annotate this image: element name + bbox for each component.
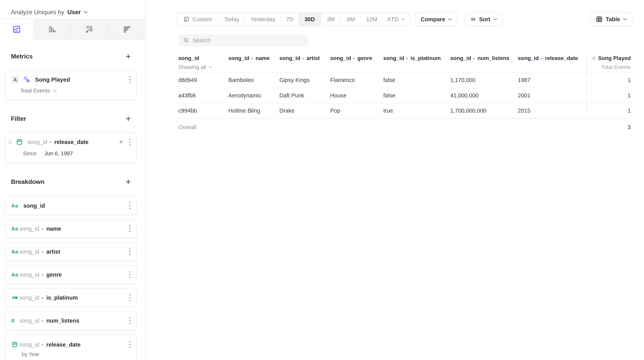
tab-bar-chart[interactable] [33,19,70,39]
cell-song-id: c994bb [178,103,228,118]
table-row[interactable]: d8d949 Bamboleo Gipsy Kings Flamenco fal… [178,73,632,88]
breakdown-card[interactable]: Aa song_id [5,196,137,215]
insights-report-app: Analyze Uniques by User [0,0,644,360]
drag-handle-icon[interactable] [8,140,12,144]
chevron-down-icon [493,18,497,21]
table-search [178,34,308,46]
overall-row: Overall 3 [178,118,632,136]
metrics-section: Metrics + A Song Played Total Events [5,52,137,100]
breakdown-card[interactable]: song_id ▸ is_platinum [5,288,137,307]
column-header-name[interactable]: song_id▸name [228,55,270,61]
property-arrow-icon: ▸ [42,318,44,323]
chevron-down-icon [623,18,627,21]
date-range-xtd[interactable]: XTD [382,13,410,26]
metric-aggregation-label: Total Events [601,64,631,70]
calendar-icon [183,16,190,23]
column-header-song-id[interactable]: song_id [178,55,199,61]
breakdown-options-menu[interactable] [128,202,131,210]
string-type-icon: Aa [11,226,19,232]
analyze-label: Analyze Uniques by [11,9,64,16]
filter-value[interactable]: Jun 6, 1987 [44,150,73,157]
cell-song-id: a43fb8 [178,88,228,103]
column-header-metric[interactable]: A Song Played [586,52,632,62]
report-content: Custom Today Yesterday 7D 30D 3M 6M 12M … [146,0,644,360]
chevron-down-icon [209,66,212,68]
breakdown-card[interactable]: Aa song_id ▸ name [5,219,137,238]
breakdown-property: song_id [23,203,45,209]
string-type-icon: Aa [11,203,19,209]
metric-card[interactable]: A Song Played Total Events [5,70,137,100]
sort-button[interactable]: Sort [464,13,503,26]
breakdown-card[interactable]: Aa song_id ▸ genre [5,265,137,284]
breakdown-options-menu[interactable] [128,316,131,325]
breakdown-options-menu[interactable] [128,225,131,233]
chevron-down-icon [401,18,405,21]
filter-property-name: release_date [54,139,88,145]
date-range-7d[interactable]: 7D [281,13,298,26]
breakdown-card[interactable]: # song_id ▸ num_listens [5,311,137,330]
cell-num-listens: 1,170,000 [450,73,518,88]
column-header-artist[interactable]: song_id▸artist [279,55,320,61]
breakdown-options-menu[interactable] [128,293,131,302]
filter-card[interactable]: song_id ▸ release_date ✕ Since Jun 6, 19… [5,133,137,163]
line-chart-icon [12,25,21,34]
cell-num-listens: 1,700,000,000 [450,103,518,118]
breakdown-card[interactable]: Aa song_id ▸ artist [5,242,137,261]
column-header-is-platinum[interactable]: song_id▸is_platinum [383,55,441,61]
column-header-num-listens[interactable]: song_id▸num_listens [450,55,509,61]
breakdown-options-menu[interactable] [128,248,131,256]
date-range-3m[interactable]: 3M [321,13,341,26]
add-breakdown-button[interactable]: + [126,177,131,186]
breakdown-property: release_date [46,341,80,348]
date-range-30d[interactable]: 30D [298,13,321,26]
tab-retention[interactable] [108,19,145,39]
property-arrow-icon: ▸ [541,56,543,61]
view-type-button[interactable]: Table [590,13,632,26]
date-range-12m[interactable]: 12M [361,13,382,26]
date-range-6m[interactable]: 6M [341,13,361,26]
cell-genre: House [330,88,383,103]
analyze-entity-dropdown[interactable]: User [67,9,88,16]
cell-is-platinum: false [383,73,450,88]
table-row[interactable]: a43fb8 Aerodynamic Daft Punk House false… [178,88,632,103]
table-grid-icon [596,16,603,23]
filter-operator-dropdown[interactable]: Since [23,150,36,157]
showing-all-dropdown[interactable]: Showing all [178,64,212,70]
column-header-release-date[interactable]: song_id▸release_date [518,55,578,61]
remove-filter-button[interactable]: ✕ [119,139,124,145]
cell-metric-value: 1 [586,88,632,103]
analyze-entity-value: User [67,9,81,16]
breakdown-title: Breakdown [11,178,44,185]
breakdown-options-menu[interactable] [128,271,131,279]
add-metric-button[interactable]: + [126,52,131,61]
table-row[interactable]: c994bb Hotline Bling Drake Pop true 1,70… [178,103,632,118]
aggregation-dropdown[interactable]: Total Events [5,84,57,99]
date-range-custom[interactable]: Custom [176,13,219,26]
date-range-yesterday[interactable]: Yesterday [244,13,281,26]
date-type-icon [11,341,19,348]
visualization-tab-bar [0,19,145,40]
breakdown-bucket-dropdown[interactable]: by Year [22,351,39,357]
tab-insights[interactable] [0,19,33,40]
date-range-control: Custom Today Yesterday 7D 30D 3M 6M 12M … [176,13,410,26]
breakdown-card[interactable]: song_id ▸ release_date by Year [5,334,137,360]
property-arrow-icon: ▸ [42,249,44,254]
search-input[interactable] [193,37,303,44]
filter-property-prefix: song_id [28,139,47,145]
filter-title: Filter [11,115,26,122]
breakdown-property: genre [46,271,62,278]
breakdown-options-menu[interactable] [128,340,131,349]
cell-genre: Flamenco [330,73,383,88]
flows-icon [85,25,94,34]
boolean-type-icon [11,294,19,301]
column-header-genre[interactable]: song_id▸genre [330,55,372,61]
tab-flows[interactable] [70,19,108,39]
compare-button[interactable]: Compare [415,13,458,26]
property-arrow-icon: ▸ [42,272,44,277]
cell-name: Aerodynamic [228,88,279,103]
cell-metric-value: 1 [586,73,632,88]
filter-options-menu[interactable] [128,138,131,146]
metric-options-menu[interactable] [128,76,131,84]
date-range-today[interactable]: Today [219,13,244,26]
add-filter-button[interactable]: + [126,114,131,123]
